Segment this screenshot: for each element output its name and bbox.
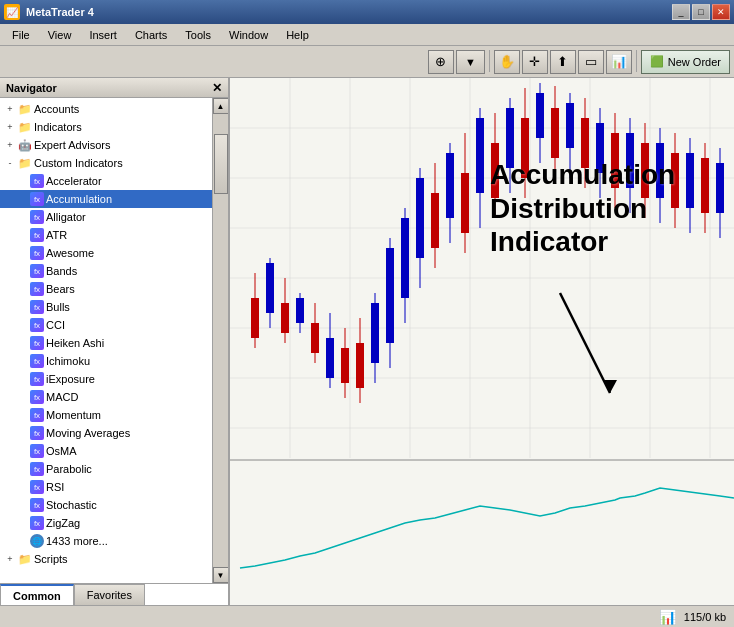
menu-insert[interactable]: Insert (81, 27, 125, 43)
nav-accumulation[interactable]: fx Accumulation (0, 190, 228, 208)
chart-area[interactable]: Accumulation Distribution Indicator (230, 78, 734, 605)
minimize-button[interactable]: _ (672, 4, 690, 20)
navigator-header: Navigator ✕ (0, 78, 228, 98)
nav-expert-advisors[interactable]: + 🤖 Expert Advisors (0, 136, 228, 154)
awesome-icon: fx (30, 246, 44, 260)
nav-bears[interactable]: fx Bears (0, 280, 228, 298)
accelerator-icon: fx (30, 174, 44, 188)
toolbar-dropdown-btn[interactable]: ▼ (456, 50, 485, 74)
cci-icon: fx (30, 318, 44, 332)
nav-moving-averages[interactable]: fx Moving Averages (0, 424, 228, 442)
menu-charts[interactable]: Charts (127, 27, 175, 43)
toolbar-zoom-btn[interactable]: ⬆ (550, 50, 576, 74)
nav-macd[interactable]: fx MACD (0, 388, 228, 406)
annotation-line2: Distribution (490, 192, 675, 226)
navigator-close-button[interactable]: ✕ (212, 81, 222, 95)
nav-scripts[interactable]: + 📁 Scripts (0, 550, 228, 568)
nav-accounts[interactable]: + 📁 Accounts (0, 100, 228, 118)
indicators-label: Indicators (34, 121, 82, 133)
nav-bands[interactable]: fx Bands (0, 262, 228, 280)
nav-custom-indicators[interactable]: - 📁 Custom Indicators (0, 154, 228, 172)
toolbar-chart-btn[interactable]: 📊 (606, 50, 632, 74)
menu-tools[interactable]: Tools (177, 27, 219, 43)
toolbar-cross-btn[interactable]: ✛ (522, 50, 548, 74)
nav-tree: + 📁 Accounts + 📁 Indicators + 🤖 Expert (0, 100, 228, 568)
nav-tabs: Common Favorites (0, 583, 228, 605)
bands-label: Bands (46, 265, 77, 277)
scrollbar-thumb[interactable] (214, 134, 228, 194)
stochastic-label: Stochastic (46, 499, 97, 511)
nav-awesome[interactable]: fx Awesome (0, 244, 228, 262)
bands-icon: fx (30, 264, 44, 278)
new-order-button[interactable]: 🟩 New Order (641, 50, 730, 74)
ichimoku-label: Ichimoku (46, 355, 90, 367)
svg-rect-61 (566, 103, 574, 148)
accumulation-expand-icon (16, 193, 28, 205)
parabolic-icon: fx (30, 462, 44, 476)
maximize-button[interactable]: □ (692, 4, 710, 20)
iexposure-icon: fx (30, 372, 44, 386)
accumulation-icon: fx (30, 192, 44, 206)
indicators-folder-icon: 📁 (18, 120, 32, 134)
scrollbar-down-arrow[interactable]: ▼ (213, 567, 229, 583)
svg-rect-25 (296, 298, 304, 323)
atr-icon: fx (30, 228, 44, 242)
nav-alligator[interactable]: fx Alligator (0, 208, 228, 226)
tab-common[interactable]: Common (0, 584, 74, 605)
atr-label: ATR (46, 229, 67, 241)
nav-osma[interactable]: fx OsMA (0, 442, 228, 460)
rsi-label: RSI (46, 481, 64, 493)
nav-stochastic[interactable]: fx Stochastic (0, 496, 228, 514)
momentum-label: Momentum (46, 409, 101, 421)
menu-help[interactable]: Help (278, 27, 317, 43)
scrollbar-up-arrow[interactable]: ▲ (213, 98, 229, 114)
status-bar: 📊 115/0 kb (0, 605, 734, 627)
nav-cci[interactable]: fx CCI (0, 316, 228, 334)
ea-expand-icon: + (4, 139, 16, 151)
chart-bars-icon: 📊 (659, 609, 676, 625)
nav-more[interactable]: 🌐 1433 more... (0, 532, 228, 550)
nav-ichimoku[interactable]: fx Ichimoku (0, 352, 228, 370)
menu-window[interactable]: Window (221, 27, 276, 43)
nav-atr[interactable]: fx ATR (0, 226, 228, 244)
nav-accelerator[interactable]: fx Accelerator (0, 172, 228, 190)
awesome-label: Awesome (46, 247, 94, 259)
svg-rect-49 (476, 118, 484, 193)
nav-bulls[interactable]: fx Bulls (0, 298, 228, 316)
nav-scrollbar[interactable]: ▲ ▼ (212, 98, 228, 583)
iexposure-label: iExposure (46, 373, 95, 385)
scripts-folder-icon: 📁 (18, 552, 32, 566)
nav-indicators[interactable]: + 📁 Indicators (0, 118, 228, 136)
bulls-icon: fx (30, 300, 44, 314)
nav-iexposure[interactable]: fx iExposure (0, 370, 228, 388)
navigator-panel: Navigator ✕ + 📁 Accounts + 📁 Indicators (0, 78, 230, 605)
toolbar: ⊕ ▼ ✋ ✛ ⬆ ▭ 📊 🟩 New Order (0, 46, 734, 78)
nav-rsi[interactable]: fx RSI (0, 478, 228, 496)
tab-favorites[interactable]: Favorites (74, 584, 145, 605)
nav-momentum[interactable]: fx Momentum (0, 406, 228, 424)
moving-averages-label: Moving Averages (46, 427, 130, 439)
menu-file[interactable]: File (4, 27, 38, 43)
stochastic-icon: fx (30, 498, 44, 512)
close-button[interactable]: ✕ (712, 4, 730, 20)
menu-view[interactable]: View (40, 27, 80, 43)
accounts-folder-icon: 📁 (18, 102, 32, 116)
toolbar-new-btn[interactable]: ⊕ (428, 50, 454, 74)
scripts-label: Scripts (34, 553, 68, 565)
heiken-ashi-label: Heiken Ashi (46, 337, 104, 349)
toolbar-sep-1 (489, 50, 490, 72)
indicators-expand-icon: + (4, 121, 16, 133)
nav-heiken-ashi[interactable]: fx Heiken Ashi (0, 334, 228, 352)
nav-parabolic[interactable]: fx Parabolic (0, 460, 228, 478)
new-order-label: New Order (668, 56, 721, 68)
svg-rect-27 (311, 323, 319, 353)
toolbar-rect-btn[interactable]: ▭ (578, 50, 604, 74)
scrollbar-track[interactable] (213, 114, 229, 567)
toolbar-hand-btn[interactable]: ✋ (494, 50, 520, 74)
svg-rect-37 (386, 248, 394, 343)
svg-rect-43 (431, 193, 439, 248)
svg-rect-47 (461, 173, 469, 233)
nav-zigzag[interactable]: fx ZigZag (0, 514, 228, 532)
more-globe-icon: 🌐 (30, 534, 44, 548)
zigzag-icon: fx (30, 516, 44, 530)
